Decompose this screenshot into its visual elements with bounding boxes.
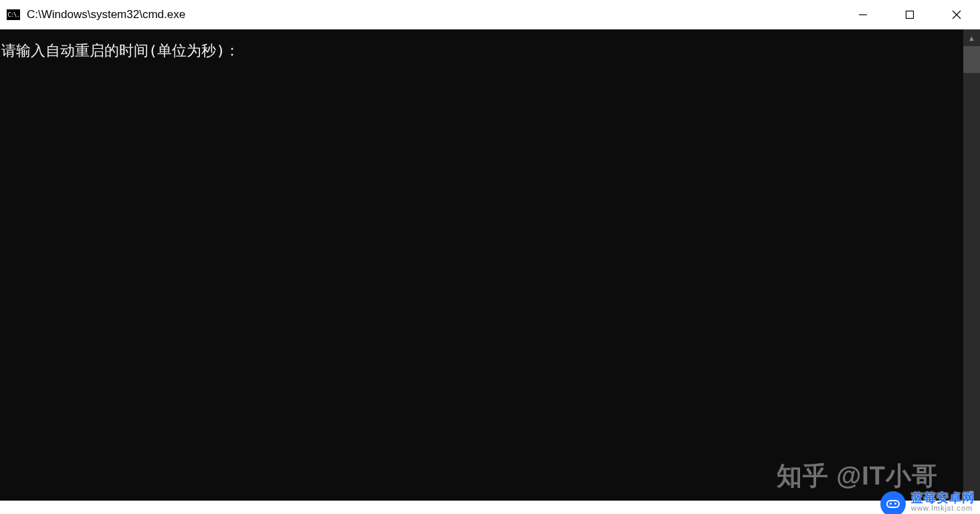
vertical-scrollbar[interactable]: ▲ ▼ [963, 29, 980, 501]
cmd-app-icon: C:\. [7, 9, 20, 20]
site-name: 蓝莓安卓网 [911, 492, 975, 505]
site-watermark-text: 蓝莓安卓网 www.lmkjst.com [911, 492, 975, 512]
close-button[interactable] [933, 0, 980, 29]
site-url: www.lmkjst.com [911, 505, 973, 513]
close-icon [952, 10, 961, 19]
minimize-button[interactable] [840, 0, 886, 29]
site-watermark-badge: 蓝莓安卓网 www.lmkjst.com [880, 491, 975, 513]
scrollbar-thumb[interactable] [963, 46, 980, 73]
terminal-prompt-line: 请输入自动重启的时间(单位为秒)： [1, 42, 240, 59]
window-titlebar[interactable]: C:\. C:\Windows\system32\cmd.exe [0, 0, 980, 29]
page-bottom-strip: 蓝莓安卓网 www.lmkjst.com [0, 501, 980, 514]
zhihu-watermark: 知乎 @IT小哥 [777, 456, 938, 497]
window-title: C:\Windows\system32\cmd.exe [27, 8, 185, 21]
terminal-area: 请输入自动重启的时间(单位为秒)： 知乎 @IT小哥 ▲ ▼ [0, 29, 980, 501]
scroll-up-arrow-icon[interactable]: ▲ [963, 29, 980, 46]
site-logo-icon [880, 491, 906, 514]
minimize-icon [858, 10, 868, 19]
terminal-output[interactable]: 请输入自动重启的时间(单位为秒)： 知乎 @IT小哥 [0, 29, 963, 501]
window-controls [840, 0, 980, 29]
cmd-app-icon-text: C:\. [7, 11, 19, 18]
svg-rect-1 [906, 11, 914, 18]
maximize-button[interactable] [886, 0, 933, 29]
maximize-icon [905, 10, 914, 19]
